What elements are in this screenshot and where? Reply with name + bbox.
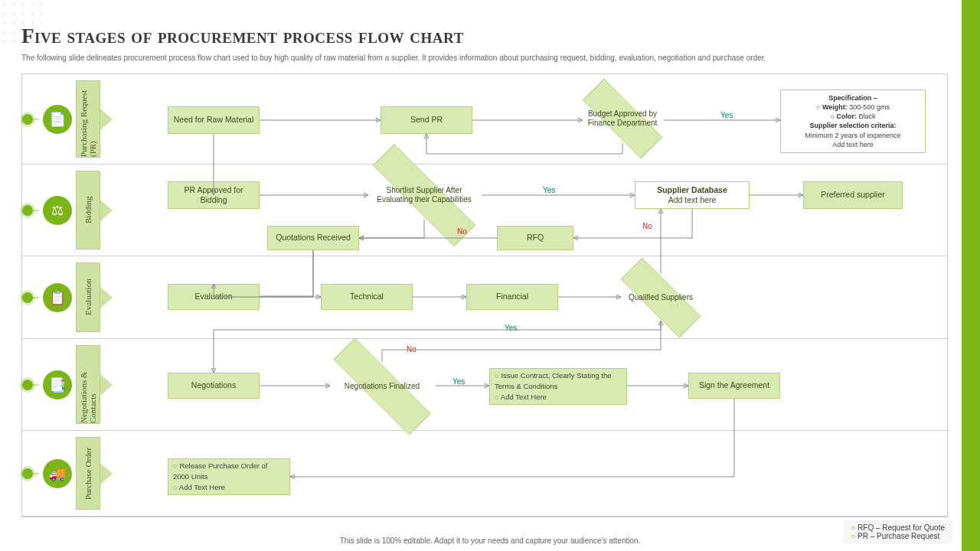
edge-yes: Yes	[543, 186, 555, 194]
lane-marker	[22, 114, 33, 125]
node-need-raw-material: Need for Raw Material	[168, 106, 260, 134]
gavel-icon: ⚖	[43, 196, 72, 225]
lane-marker	[22, 292, 33, 303]
lane-bidding: ⚖ Bidding PR Approved for Bidding Shortl…	[22, 165, 947, 256]
legend-item: PR – Purchase Request	[851, 532, 945, 540]
lane-label: Purchase Order	[76, 437, 100, 510]
lane-marker	[22, 380, 33, 390]
legend-item: RFQ – Request for Quote	[851, 523, 945, 532]
lane-negotiations: 📑 Negotiations & Contacts Negotiations N…	[22, 339, 947, 431]
chevron-right-icon	[100, 463, 113, 484]
node-subtext: Add text here	[668, 195, 716, 205]
lane-icon-wrap: 🚚	[39, 431, 76, 516]
bullet-item: Release Purchase Order of 2000 Units	[173, 461, 285, 483]
bullet-item: Add Text Here	[495, 392, 622, 403]
spec-bullet: Add text here	[787, 140, 919, 149]
node-issue-contract: Issue Contract, Clearly Stating the Term…	[489, 368, 627, 405]
chevron-right-icon	[100, 287, 113, 308]
node-rfq: RFQ	[497, 226, 573, 250]
edge-yes: Yes	[720, 111, 733, 119]
lane-label: Evaluation	[76, 262, 100, 332]
truck-icon: 🚚	[43, 459, 72, 488]
bullet-item: Issue Contract, Clearly Stating the Term…	[495, 370, 622, 393]
lane-icon-wrap: ⚖	[39, 165, 76, 256]
spec-bullet: ○ Weight: Weight: 300-500 gms300-500 gms	[787, 103, 919, 112]
page-subtitle: The following slide delineates procureme…	[21, 54, 949, 62]
lane-marker	[22, 205, 33, 216]
lane-label: Bidding	[76, 171, 100, 249]
node-title: Supplier Database	[657, 185, 727, 195]
decision-label: Budget Approved by Finance Department	[581, 94, 664, 143]
decision-negotiations-finalized: Negotiations Finalized	[328, 362, 436, 411]
chevron-right-icon	[100, 374, 113, 396]
footer-note: This slide is 100% editable. Adapt it to…	[340, 536, 641, 545]
accent-bar	[962, 0, 980, 551]
node-evaluation: Evaluation	[168, 284, 260, 310]
spec-heading: Specification –	[828, 94, 877, 102]
node-financial: Financial	[466, 284, 558, 310]
node-technical: Technical	[321, 284, 413, 310]
lane-purchase-order: 🚚 Purchase Order Release Purchase Order …	[22, 431, 947, 517]
node-sign-agreement: Sign the Agreement	[688, 373, 780, 399]
node-supplier-database: Supplier Database Add text here	[635, 181, 750, 209]
lane-label: Negotiations & Contacts	[76, 345, 100, 424]
contract-icon: 📑	[43, 370, 72, 399]
lane-icon-wrap: 📑	[39, 339, 76, 430]
flowchart-canvas: 📄 Purchasing Request (PR) Need for Raw M…	[21, 73, 948, 517]
node-send-pr: Send PR	[381, 106, 472, 134]
spec-bullet: ○ Color: Black	[787, 112, 919, 121]
decision-qualified-suppliers: Qualified Suppliers	[619, 273, 702, 322]
lane-label: Purchasing Request (PR)	[76, 80, 100, 158]
decision-label: Shortlist Supplier After Evaluating thei…	[367, 171, 482, 220]
decision-label: Negotiations Finalized	[328, 362, 436, 411]
page-title: Five stages of procurement process flow …	[21, 24, 464, 48]
lane-icon-wrap: 📄	[39, 74, 76, 164]
edge-yes: Yes	[505, 324, 517, 332]
node-release-po: Release Purchase Order of 2000 Units Add…	[168, 458, 290, 495]
spec-heading: Supplier selection criteria:	[809, 122, 896, 129]
checklist-icon: 📋	[43, 283, 72, 312]
decision-label: Qualified Suppliers	[619, 273, 702, 322]
decision-shortlist-supplier: Shortlist Supplier After Evaluating thei…	[367, 171, 482, 220]
document-icon: 📄	[43, 105, 72, 134]
node-pr-approved-bidding: PR Approved for Bidding	[168, 181, 260, 209]
edge-no: No	[642, 222, 652, 230]
node-preferred-supplier: Preferred supplier	[803, 181, 903, 209]
edge-yes: Yes	[452, 377, 465, 386]
lane-icon-wrap: 📋	[39, 256, 76, 338]
spec-bullet: Minimum 2 years of experience	[787, 131, 919, 140]
edge-no: No	[457, 227, 467, 236]
lane-purchasing-request: 📄 Purchasing Request (PR) Need for Raw M…	[22, 74, 947, 165]
node-quotations-received: Quotations Received	[267, 226, 359, 250]
info-specification: Specification – ○ Weight: Weight: 300-50…	[780, 90, 926, 153]
decision-budget-approved: Budget Approved by Finance Department	[581, 94, 664, 143]
lane-evaluation: 📋 Evaluation Evaluation Technical Financ…	[22, 256, 947, 339]
lane-marker	[22, 468, 33, 479]
chevron-right-icon	[100, 200, 113, 221]
node-negotiations: Negotiations	[168, 373, 260, 399]
edge-no: No	[407, 345, 416, 354]
bullet-item: Add Text Here	[173, 482, 285, 493]
legend: RFQ – Request for Quote PR – Purchase Re…	[843, 520, 952, 543]
chevron-right-icon	[100, 109, 113, 130]
